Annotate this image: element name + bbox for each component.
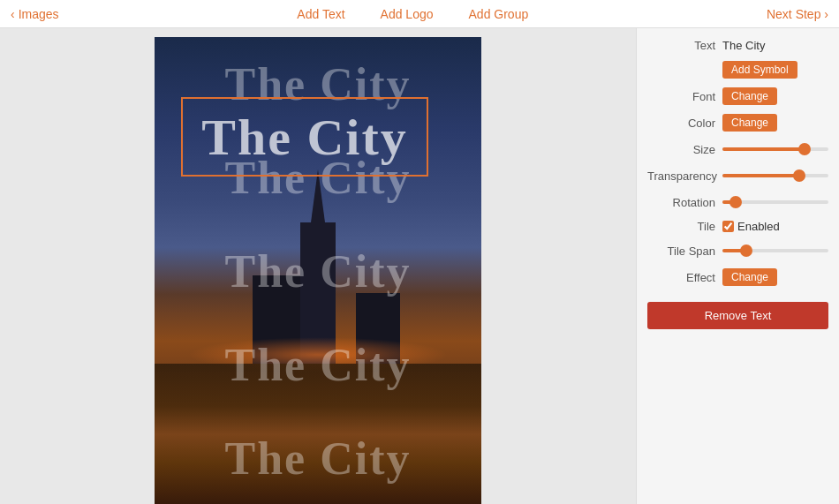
back-chevron-icon: ‹ [11, 7, 15, 21]
text-row: Text The City [647, 39, 828, 52]
water-reflection [155, 364, 481, 504]
effect-row: Effect Change [647, 268, 828, 286]
transparency-slider[interactable] [722, 167, 828, 184]
remove-text-button[interactable]: Remove Text [647, 302, 828, 329]
tile-span-slider-track [722, 249, 828, 252]
add-text-button[interactable]: Add Text [297, 7, 344, 21]
size-row: Size [647, 140, 828, 158]
size-slider[interactable] [722, 140, 828, 158]
add-symbol-row: Add Symbol [647, 61, 828, 79]
back-button[interactable]: ‹ Images [11, 7, 59, 21]
image-canvas[interactable]: The City The City The City The City The … [155, 37, 481, 504]
main-content: The City The City The City The City The … [0, 28, 839, 504]
transparency-slider-track [722, 174, 828, 177]
effect-label: Effect [647, 271, 722, 284]
text-value: The City [722, 39, 828, 52]
transparency-slider-fill [722, 174, 797, 177]
transparency-slider-thumb[interactable] [793, 169, 805, 182]
rotation-slider-thumb[interactable] [729, 196, 742, 208]
rotation-slider-track [722, 200, 828, 204]
next-step-button[interactable]: Next Step › [767, 7, 828, 21]
color-change-button[interactable]: Change [722, 114, 777, 132]
tile-enabled-checkbox[interactable] [722, 221, 734, 232]
size-slider-track [722, 147, 828, 151]
add-logo-button[interactable]: Add Logo [381, 7, 434, 21]
effect-change-button[interactable]: Change [722, 268, 777, 286]
tile-row: Tile Enabled [647, 220, 828, 233]
add-group-button[interactable]: Add Group [469, 7, 529, 21]
back-label: Images [19, 7, 59, 21]
topbar: ‹ Images Add Text Add Logo Add Group Nex… [0, 0, 839, 28]
tile-span-label: Tile Span [647, 244, 722, 258]
font-row: Font Change [647, 87, 828, 105]
tile-enabled-label[interactable]: Enabled [722, 220, 780, 233]
rotation-slider[interactable] [722, 193, 828, 211]
selected-text-box[interactable]: The City [181, 97, 428, 177]
size-slider-thumb[interactable] [798, 143, 811, 155]
tile-span-row: Tile Span [647, 242, 828, 260]
text-label: Text [647, 39, 722, 52]
color-label: Color [647, 117, 722, 130]
tile-span-slider-thumb[interactable] [740, 244, 752, 257]
size-label: Size [647, 143, 722, 156]
font-label: Font [647, 90, 722, 103]
color-row: Color Change [647, 114, 828, 132]
font-change-button[interactable]: Change [722, 87, 777, 105]
tile-enabled-text: Enabled [737, 220, 780, 233]
selected-text-content: The City [201, 108, 408, 167]
tile-span-slider[interactable] [722, 242, 828, 260]
canvas-area: The City The City The City The City The … [0, 28, 636, 504]
size-slider-fill [722, 147, 802, 151]
rotation-row: Rotation [647, 193, 828, 211]
tile-label: Tile [647, 220, 722, 233]
building-spire [311, 169, 325, 222]
transparency-row: Transparency [647, 167, 828, 184]
right-panel: Text The City Add Symbol Font Change Col… [636, 28, 839, 504]
add-symbol-button[interactable]: Add Symbol [722, 61, 797, 79]
topbar-center: Add Text Add Logo Add Group [59, 7, 767, 21]
rotation-label: Rotation [647, 196, 722, 209]
transparency-label: Transparency [647, 169, 722, 183]
